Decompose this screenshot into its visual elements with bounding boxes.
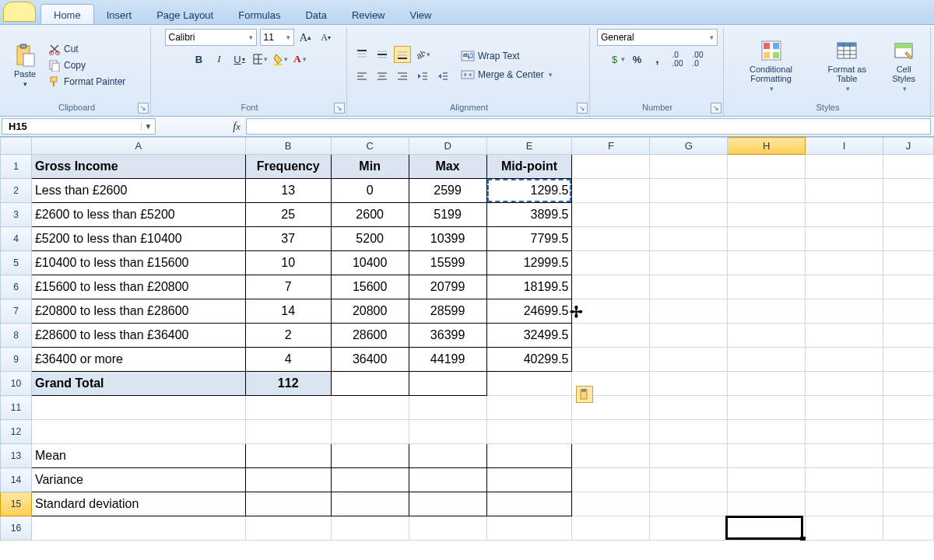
cell[interactable] xyxy=(883,348,934,372)
format-as-table-button[interactable]: Format as Table xyxy=(816,37,877,94)
number-format-combo[interactable]: General▾ xyxy=(597,29,718,46)
cell-A10[interactable]: Grand Total xyxy=(31,372,245,396)
cell[interactable] xyxy=(728,155,806,179)
cell[interactable] xyxy=(728,492,806,516)
cell[interactable] xyxy=(572,444,650,468)
cell-B15[interactable] xyxy=(245,492,331,516)
cell-E3[interactable]: 3899.5 xyxy=(486,203,572,227)
cell[interactable] xyxy=(572,275,650,299)
cell[interactable] xyxy=(728,396,806,420)
cell[interactable] xyxy=(883,203,934,227)
cell-D2[interactable]: 2599 xyxy=(409,179,486,203)
cell-D10[interactable] xyxy=(409,372,486,396)
fx-icon[interactable]: fx xyxy=(227,120,246,133)
italic-button[interactable]: I xyxy=(211,51,228,68)
cell[interactable] xyxy=(650,299,728,324)
row-header-9[interactable]: 9 xyxy=(1,348,32,372)
select-all-corner[interactable] xyxy=(1,138,32,155)
cell-B7[interactable]: 14 xyxy=(245,299,331,324)
cell[interactable] xyxy=(650,396,728,420)
row-header-14[interactable]: 14 xyxy=(1,468,32,492)
cell-E10[interactable] xyxy=(486,372,572,396)
cell[interactable] xyxy=(572,251,650,275)
cell-D1[interactable]: Max xyxy=(409,155,486,179)
alignment-dialog-launcher[interactable]: ↘ xyxy=(577,103,588,114)
cell-E13[interactable] xyxy=(486,444,572,468)
cell-C1[interactable]: Min xyxy=(331,155,409,179)
row-header-15[interactable]: 15 xyxy=(1,492,32,516)
merge-center-button[interactable]: Merge & Center xyxy=(459,68,554,82)
row-header-12[interactable]: 12 xyxy=(1,420,32,444)
copy-button[interactable]: Copy xyxy=(47,58,127,72)
orientation-button[interactable]: ab xyxy=(414,46,431,63)
cell[interactable] xyxy=(486,516,572,541)
cell-B13[interactable] xyxy=(245,444,331,468)
cell[interactable] xyxy=(728,203,806,227)
cell[interactable] xyxy=(486,396,572,420)
cell-A6[interactable]: £15600 to less than £20800 xyxy=(31,275,245,299)
cell[interactable] xyxy=(31,420,245,444)
cell-A15[interactable]: Standard deviation xyxy=(31,492,245,516)
cell[interactable] xyxy=(245,420,331,444)
cell-D14[interactable] xyxy=(409,468,486,492)
cell-B3[interactable]: 25 xyxy=(245,203,331,227)
cell[interactable] xyxy=(331,516,409,541)
col-header-F[interactable]: F xyxy=(572,138,650,155)
align-bottom-button[interactable] xyxy=(394,46,411,63)
font-dialog-launcher[interactable]: ↘ xyxy=(334,103,345,114)
cell[interactable] xyxy=(728,372,806,396)
font-color-button[interactable]: A xyxy=(292,51,309,68)
cell-A4[interactable]: £5200 to less than £10400 xyxy=(31,227,245,251)
cell[interactable] xyxy=(806,251,883,275)
tab-review[interactable]: Review xyxy=(339,5,398,24)
row-header-4[interactable]: 4 xyxy=(1,227,32,251)
cell[interactable] xyxy=(650,468,728,492)
cell[interactable] xyxy=(883,275,934,299)
decrease-decimal-button[interactable]: .00.0 xyxy=(690,51,707,68)
shrink-font-button[interactable]: A▾ xyxy=(318,29,335,46)
tab-data[interactable]: Data xyxy=(293,5,339,24)
cell-C13[interactable] xyxy=(331,444,409,468)
name-box[interactable]: H15 ▼ xyxy=(2,118,156,135)
cut-button[interactable]: Cut xyxy=(47,42,127,56)
cell[interactable] xyxy=(728,299,806,324)
cell[interactable] xyxy=(650,516,728,541)
cell-E15[interactable] xyxy=(486,492,572,516)
cell-A13[interactable]: Mean xyxy=(31,444,245,468)
cell[interactable] xyxy=(883,179,934,203)
col-header-B[interactable]: B xyxy=(245,138,331,155)
cell[interactable] xyxy=(883,372,934,396)
cell-B10[interactable]: 112 xyxy=(245,372,331,396)
name-box-dropdown[interactable]: ▼ xyxy=(141,122,155,131)
cell-D5[interactable]: 15599 xyxy=(409,251,486,275)
tab-formulas[interactable]: Formulas xyxy=(226,5,293,24)
cell[interactable] xyxy=(728,444,806,468)
tab-page-layout[interactable]: Page Layout xyxy=(144,5,226,24)
cell[interactable] xyxy=(883,227,934,251)
cell-C7[interactable]: 20800 xyxy=(331,299,409,324)
row-header-10[interactable]: 10 xyxy=(1,372,32,396)
cell-E8[interactable]: 32499.5 xyxy=(486,324,572,348)
row-header-3[interactable]: 3 xyxy=(1,203,32,227)
cell[interactable] xyxy=(331,396,409,420)
cell[interactable] xyxy=(650,179,728,203)
grow-font-button[interactable]: A▴ xyxy=(297,29,314,46)
font-name-combo[interactable]: Calibri▾ xyxy=(165,29,257,46)
cell[interactable] xyxy=(883,492,934,516)
align-left-button[interactable] xyxy=(353,68,370,85)
cell[interactable] xyxy=(331,420,409,444)
cell[interactable] xyxy=(728,324,806,348)
accounting-format-button[interactable]: $ xyxy=(609,51,626,68)
cell[interactable] xyxy=(572,468,650,492)
cell-E14[interactable] xyxy=(486,468,572,492)
cell-C10[interactable] xyxy=(331,372,409,396)
col-header-E[interactable]: E xyxy=(486,138,572,155)
cell-B9[interactable]: 4 xyxy=(245,348,331,372)
cell[interactable] xyxy=(650,251,728,275)
decrease-indent-button[interactable] xyxy=(414,68,431,85)
cell[interactable] xyxy=(728,227,806,251)
paste-button[interactable]: Paste ▾ xyxy=(8,41,42,89)
cell[interactable] xyxy=(806,372,883,396)
cell-styles-button[interactable]: Cell Styles xyxy=(882,37,925,94)
cell-D13[interactable] xyxy=(409,444,486,468)
